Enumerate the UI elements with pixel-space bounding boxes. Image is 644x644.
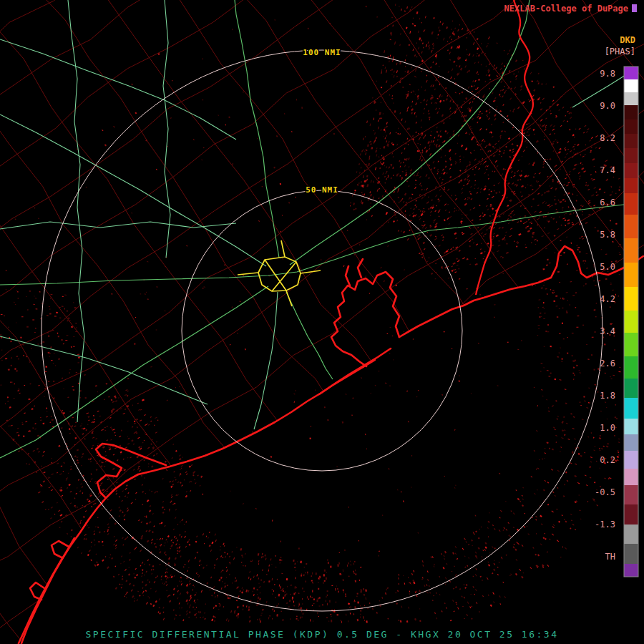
- colorbar-segment: [624, 419, 638, 434]
- colorbar-segment: [624, 525, 638, 544]
- radar-map: 100 NMI 50 NMI 9.89.08.27.46.65.85.04.23…: [0, 0, 644, 644]
- colorbar-segment: [624, 564, 638, 577]
- colorbar-segment: [624, 163, 638, 178]
- colorbar-value-label: 4.2: [600, 294, 615, 304]
- brand-text: NEXLAB-College of DuPage: [504, 4, 628, 14]
- colorbar-value-label: -1.3: [595, 519, 615, 530]
- background: [0, 0, 644, 644]
- colorbar-value-label: 2.6: [600, 358, 615, 369]
- colorbar-segment: [624, 119, 638, 134]
- colorbar-segments: [624, 67, 638, 577]
- colorbar-segment: [624, 356, 638, 379]
- units-label: [PHAS]: [605, 47, 635, 57]
- colorbar-segment: [624, 333, 638, 356]
- colorbar-value-label: -0.5: [595, 487, 615, 497]
- colorbar-value-label: 9.8: [600, 69, 615, 79]
- colorbar-segment: [624, 215, 638, 238]
- range-ring-label-50: 50 NMI: [306, 185, 338, 195]
- colorbar-value-label: 1.8: [600, 391, 615, 401]
- product-code: DKD: [620, 35, 635, 45]
- colorbar-segment: [624, 79, 638, 92]
- colorbar-value-label: 5.0: [600, 262, 615, 272]
- colorbar-segment: [624, 92, 638, 105]
- radar-display: 100 NMI 50 NMI 9.89.08.27.46.65.85.04.23…: [0, 0, 644, 644]
- colorbar-segment: [624, 434, 638, 451]
- colorbar-segment: [624, 105, 638, 119]
- colorbar-segment: [624, 311, 638, 333]
- colorbar-segment: [624, 451, 638, 469]
- colorbar-segment: [624, 134, 638, 148]
- colorbar-value-label: 7.4: [600, 165, 615, 175]
- range-ring-label-100: 100 NMI: [303, 48, 341, 57]
- colorbar-segment: [624, 148, 638, 163]
- colorbar-segment: [624, 398, 638, 419]
- colorbar-segment: [624, 504, 638, 525]
- colorbar-segment: [624, 178, 638, 193]
- corner-glyph-icon: [632, 4, 637, 12]
- colorbar-value-label: TH: [605, 552, 615, 562]
- colorbar-value-label: 9.0: [600, 101, 615, 111]
- colorbar-segment: [624, 287, 638, 311]
- colorbar-value-label: 3.4: [600, 326, 615, 336]
- colorbar-value-label: 5.8: [600, 230, 615, 240]
- colorbar-segment: [624, 67, 638, 79]
- colorbar-segment: [624, 544, 638, 564]
- colorbar-value-label: 6.6: [600, 197, 615, 208]
- footer-caption: SPECIFIC DIFFERENTIAL PHASE (KDP) 0.5 DE…: [86, 629, 559, 640]
- colorbar-segment: [624, 238, 638, 263]
- colorbar-segment: [624, 193, 638, 215]
- colorbar-segment: [624, 379, 638, 398]
- colorbar-value-label: 8.2: [600, 133, 615, 143]
- colorbar-value-label: 1.0: [600, 423, 615, 433]
- colorbar-segment: [624, 485, 638, 504]
- colorbar-value-label: 0.2: [600, 455, 615, 465]
- colorbar-segment: [624, 469, 638, 485]
- colorbar-segment: [624, 263, 638, 287]
